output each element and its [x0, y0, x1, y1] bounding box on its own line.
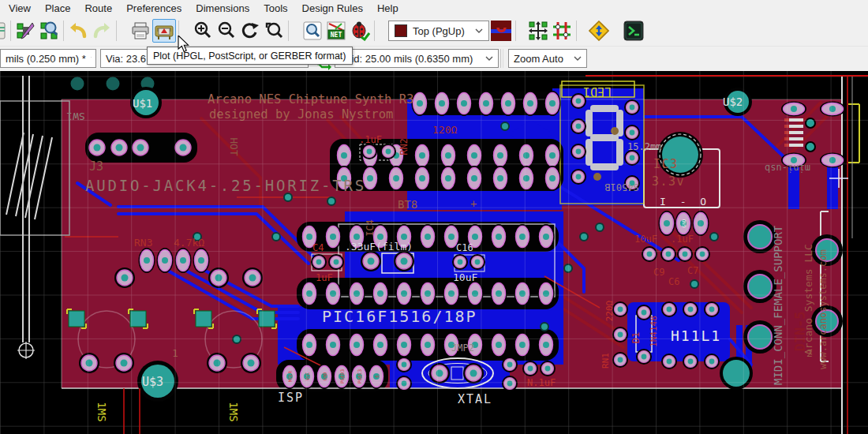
aux-toolbar: mils (0.250 mm) * Via: 23.6 mils (0.60 G… — [0, 46, 868, 72]
grid-value: Grid: 25.00 mils (0.6350 mm) — [340, 53, 473, 65]
zoom-fit-button[interactable] — [262, 19, 286, 43]
via-display-button[interactable] — [489, 19, 513, 43]
layer-select-value: Top (PgUp) — [413, 25, 465, 37]
swap-layer-button[interactable] — [587, 19, 611, 43]
footprint-magnifier-icon — [39, 21, 59, 41]
netlist-icon: NET — [326, 21, 346, 41]
undo-icon — [68, 21, 88, 41]
chevron-down-icon — [569, 56, 582, 61]
chevron-down-icon — [481, 56, 493, 61]
layer-select[interactable]: Top (PgUp) — [388, 21, 489, 41]
drc-button[interactable] — [348, 19, 372, 43]
swap-diamond-icon — [589, 21, 609, 41]
scripting-console-button[interactable] — [622, 19, 645, 43]
print-button[interactable] — [129, 19, 152, 43]
ladybug-icon — [350, 21, 370, 41]
plotter-icon — [154, 21, 174, 41]
move-footprint-button[interactable] — [526, 19, 550, 43]
edit-footprints-button[interactable] — [13, 19, 37, 43]
track-width-value: mils (0.250 mm) * — [6, 53, 86, 65]
footprint-pencil-icon — [15, 21, 36, 41]
zoom-select[interactable]: Zoom Auto — [508, 49, 587, 68]
zoom-fit-icon — [264, 21, 284, 41]
redraw-button[interactable] — [238, 19, 262, 43]
terminal-icon — [623, 21, 644, 41]
move-footprint-icon — [528, 21, 548, 41]
zoom-out-button[interactable] — [215, 19, 238, 43]
find-button[interactable] — [301, 19, 324, 43]
menu-view[interactable]: View — [2, 1, 38, 16]
printer-icon — [130, 21, 151, 41]
via-track-icon — [491, 21, 511, 41]
chevron-down-icon — [86, 56, 91, 61]
zoom-in-button[interactable] — [191, 19, 215, 43]
redo-button[interactable] — [90, 19, 114, 43]
redo-icon — [92, 21, 112, 41]
layer-color-swatch — [395, 24, 407, 37]
zoom-in-icon — [193, 21, 213, 41]
menu-tools[interactable]: Tools — [256, 1, 294, 16]
search-icon — [302, 21, 323, 41]
track-width-select[interactable]: mils (0.250 mm) * — [0, 49, 96, 68]
refresh-icon — [240, 21, 260, 41]
grid-select[interactable]: Grid: 25.00 mils (0.6350 mm) — [335, 49, 499, 68]
pcb-canvas[interactable]: Arcano NES Chiptune Synth R3 designed by… — [0, 71, 868, 434]
menu-place[interactable]: Place — [38, 1, 78, 16]
browse-footprints-button[interactable] — [37, 19, 61, 43]
netlist-label: NET — [331, 32, 342, 39]
menu-dimensions[interactable]: Dimensions — [189, 1, 256, 16]
menu-preferences[interactable]: Preferences — [119, 1, 189, 16]
menubar: View Place Route Preferences Dimensions … — [0, 0, 868, 16]
menu-design-rules[interactable]: Design Rules — [295, 1, 370, 16]
netlist-button[interactable]: NET — [324, 19, 348, 43]
clipped-icon[interactable] — [0, 19, 8, 43]
menu-help[interactable]: Help — [370, 1, 406, 16]
undo-button[interactable] — [66, 19, 90, 43]
pcb-editor-window: View Place Route Preferences Dimensions … — [0, 0, 868, 434]
plot-button[interactable] — [152, 19, 176, 43]
menu-route[interactable]: Route — [77, 1, 119, 16]
zoom-value: Zoom Auto — [514, 53, 563, 65]
mouse-cursor — [178, 36, 190, 53]
canvas-grid — [0, 71, 868, 434]
main-toolbar: NET Top (PgUp) — [0, 16, 868, 46]
zoom-out-icon — [216, 21, 237, 41]
ratsnest-icon — [552, 21, 572, 41]
ratsnest-button[interactable] — [550, 19, 574, 43]
chevron-down-icon — [475, 28, 483, 33]
pcb-board: Arcano NES Chiptune Synth R3 designed by… — [0, 71, 868, 434]
